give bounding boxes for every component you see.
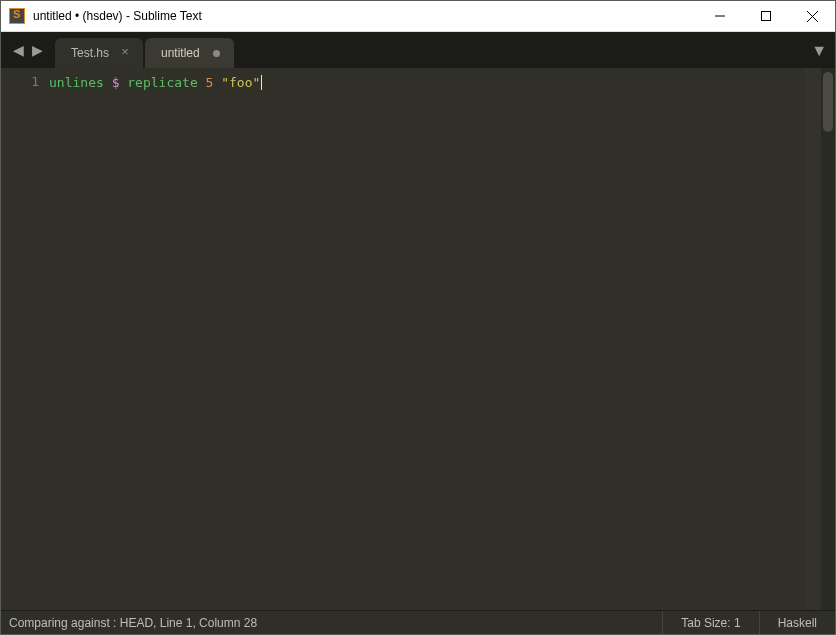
token-number: 5	[206, 75, 214, 90]
minimize-icon	[715, 11, 725, 21]
status-bar: Comparing against : HEAD, Line 1, Column…	[1, 610, 835, 634]
nav-forward-icon[interactable]: ▶	[28, 38, 47, 62]
status-tab-size[interactable]: Tab Size: 1	[662, 611, 758, 634]
scrollbar-thumb[interactable]	[823, 72, 833, 132]
nav-back-icon[interactable]: ◀	[9, 38, 28, 62]
code-editor[interactable]: unlines $ replicate 5 "foo"	[49, 68, 805, 610]
window-titlebar: untitled • (hsdev) - Sublime Text	[1, 1, 835, 32]
tab-strip: ◀ ▶ Test.hs × untitled ▼	[1, 32, 835, 68]
tab-close-icon[interactable]: ×	[119, 46, 131, 58]
vertical-scrollbar[interactable]	[821, 68, 835, 610]
close-button[interactable]	[789, 1, 835, 32]
tab-label: untitled	[161, 46, 200, 60]
tab-label: Test.hs	[71, 46, 109, 60]
tab-overflow-icon[interactable]: ▼	[811, 42, 827, 60]
token-operator: $	[112, 75, 120, 90]
maximize-icon	[761, 11, 771, 21]
status-syntax[interactable]: Haskell	[759, 611, 835, 634]
svg-rect-1	[762, 12, 771, 21]
token-function: unlines	[49, 75, 104, 90]
tab-test-hs[interactable]: Test.hs ×	[55, 38, 143, 68]
line-number: 1	[1, 74, 39, 89]
token-function: replicate	[127, 75, 197, 90]
token-string: "foo"	[221, 75, 260, 90]
close-icon	[807, 11, 818, 22]
line-gutter: 1	[1, 68, 49, 610]
window-title: untitled • (hsdev) - Sublime Text	[33, 9, 202, 23]
maximize-button[interactable]	[743, 1, 789, 32]
status-left[interactable]: Comparing against : HEAD, Line 1, Column…	[1, 616, 662, 630]
dirty-indicator-icon	[213, 50, 220, 57]
editor-area: 1 unlines $ replicate 5 "foo"	[1, 68, 835, 610]
minimize-button[interactable]	[697, 1, 743, 32]
text-caret	[261, 75, 262, 90]
tab-untitled[interactable]: untitled	[145, 38, 234, 68]
app-icon	[9, 8, 25, 24]
nav-arrows: ◀ ▶	[1, 32, 55, 68]
minimap[interactable]	[805, 68, 821, 610]
